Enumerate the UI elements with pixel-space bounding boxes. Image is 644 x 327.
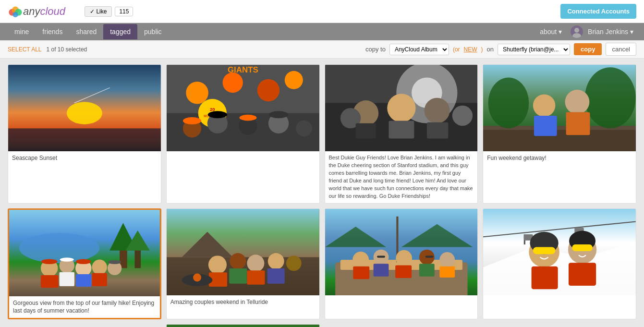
- svg-text:GIANTS: GIANTS: [228, 65, 258, 74]
- photo-card-8[interactable]: [483, 208, 636, 320]
- logo-cloud-text: cloud: [40, 5, 65, 18]
- photo-card-4[interactable]: Fun weekend getaway!: [483, 64, 636, 204]
- svg-point-4: [574, 28, 579, 33]
- photo-image-1: [8, 65, 161, 151]
- svg-rect-117: [167, 325, 319, 327]
- svg-point-13: [222, 73, 243, 93]
- svg-point-59: [92, 259, 107, 274]
- service-select[interactable]: Shutterfly (brian@je...: [498, 44, 570, 55]
- app-header: anycloud ✓ Like 115 Connected Accounts: [0, 0, 644, 23]
- nav-item-tagged[interactable]: tagged: [103, 24, 137, 39]
- photo-caption-8: [483, 295, 636, 301]
- photo-card-7[interactable]: [325, 208, 478, 320]
- svg-point-64: [108, 260, 121, 264]
- photo-card-6[interactable]: Amazing couples weekend in Telluride: [166, 208, 320, 320]
- copy-to-label: copy to: [365, 46, 386, 53]
- svg-rect-96: [395, 265, 412, 278]
- photo-card-1[interactable]: Seascape Sunset: [8, 64, 161, 204]
- svg-rect-40: [426, 122, 448, 139]
- about-menu[interactable]: about ▾: [533, 24, 569, 39]
- logo-any-text: any: [23, 5, 40, 18]
- photo-caption-3: Best Dukie Guy Friends! Love Brian Jenki…: [325, 151, 478, 203]
- svg-point-46: [533, 94, 556, 117]
- logo: anycloud: [8, 4, 65, 19]
- svg-point-73: [230, 253, 246, 269]
- svg-point-63: [76, 259, 91, 264]
- svg-rect-97: [419, 264, 434, 276]
- svg-rect-95: [373, 264, 389, 276]
- svg-rect-111: [533, 247, 556, 254]
- svg-point-15: [284, 71, 303, 89]
- nav-item-mine[interactable]: mine: [8, 24, 36, 39]
- svg-point-93: [439, 252, 455, 267]
- photo-image-2: 20 MONOPOLY GIANTS: [167, 65, 319, 151]
- photo-image-5: [9, 210, 160, 296]
- photo-caption-5: Gorgeous view from the top of our family…: [9, 296, 160, 318]
- svg-point-61: [41, 259, 57, 264]
- svg-rect-38: [355, 123, 376, 139]
- svg-point-72: [208, 255, 227, 274]
- connected-accounts-button[interactable]: Connected Accounts: [560, 4, 636, 19]
- photo-image-4: [483, 65, 636, 151]
- svg-point-45: [585, 67, 636, 128]
- svg-point-14: [257, 79, 279, 102]
- svg-point-24: [183, 117, 201, 124]
- svg-rect-79: [247, 270, 265, 285]
- photo-card-5[interactable]: ✓: [8, 208, 161, 320]
- selection-bar: SELECT ALL 1 of 10 selected copy to AnyC…: [0, 40, 644, 59]
- svg-point-25: [208, 111, 227, 118]
- photo-image-7: [325, 209, 478, 295]
- svg-rect-112: [532, 266, 558, 289]
- navbar: mine friends shared tagged public about …: [0, 23, 644, 40]
- photo-image-6: [167, 209, 319, 295]
- avatar-icon: [571, 25, 583, 38]
- photo-card-9[interactable]: [166, 324, 320, 327]
- svg-point-5: [572, 33, 581, 38]
- svg-point-62: [60, 257, 74, 261]
- user-name-menu[interactable]: Brian Jenkins ▾: [585, 28, 636, 36]
- photo-card-3[interactable]: Best Dukie Guy Friends! Love Brian Jenki…: [325, 64, 478, 204]
- photo-caption-6: Amazing couples weekend in Telluride: [167, 295, 319, 309]
- svg-rect-68: [92, 273, 107, 286]
- svg-rect-94: [353, 266, 369, 279]
- select-all-link[interactable]: SELECT ALL: [8, 46, 42, 53]
- svg-text:20: 20: [210, 107, 215, 112]
- svg-point-76: [286, 255, 302, 271]
- svg-rect-49: [566, 112, 590, 135]
- nav-item-shared[interactable]: shared: [69, 24, 103, 39]
- photo-caption-2: [167, 151, 319, 157]
- nav-item-friends[interactable]: friends: [36, 24, 69, 39]
- photo-image-9: [167, 325, 319, 327]
- like-section: ✓ Like 115: [85, 6, 133, 17]
- photo-card-2[interactable]: 20 MONOPOLY GIANTS: [166, 64, 320, 204]
- like-button[interactable]: ✓ Like: [85, 6, 112, 17]
- svg-point-74: [247, 254, 264, 272]
- nav-item-public[interactable]: public: [137, 24, 169, 39]
- svg-point-23: [296, 120, 312, 136]
- svg-point-75: [268, 253, 284, 269]
- anycloud-logo-icon: [8, 4, 23, 19]
- svg-rect-67: [76, 274, 91, 287]
- cancel-button[interactable]: cancel: [606, 43, 636, 56]
- selection-count: 1 of 10 selected: [47, 46, 87, 53]
- svg-point-91: [396, 250, 412, 266]
- photo-caption-7: [325, 295, 478, 301]
- close-paren: ): [481, 46, 483, 53]
- photo-image-8: [483, 209, 636, 295]
- user-avatar: [571, 25, 583, 38]
- svg-rect-100: [425, 255, 433, 257]
- svg-point-82: [193, 273, 201, 281]
- svg-point-89: [352, 252, 369, 268]
- svg-rect-66: [60, 272, 74, 286]
- svg-point-35: [424, 98, 450, 123]
- svg-rect-8: [8, 128, 161, 151]
- album-select[interactable]: AnyCloud Album: [389, 44, 449, 55]
- copy-button[interactable]: copy: [574, 43, 602, 55]
- svg-point-47: [565, 90, 590, 114]
- or-label: (or: [453, 46, 460, 53]
- svg-rect-39: [389, 121, 414, 138]
- svg-rect-115: [569, 263, 596, 286]
- new-album-link[interactable]: NEW: [464, 46, 477, 53]
- photo-caption-1: Seascape Sunset: [8, 151, 161, 165]
- svg-point-34: [387, 94, 415, 122]
